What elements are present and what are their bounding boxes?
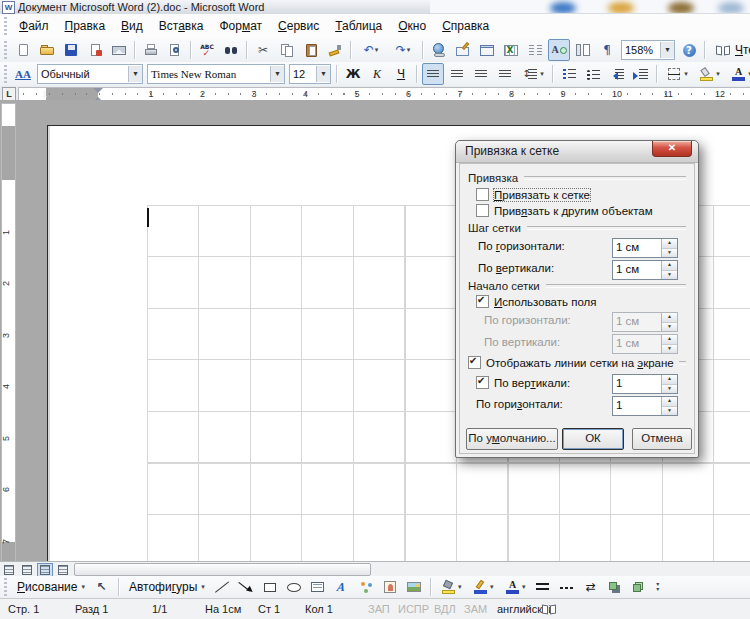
combo-value[interactable]: 158% xyxy=(622,44,660,56)
combo-value[interactable]: Обычный xyxy=(38,68,128,80)
line-color-icon[interactable]: ▾ xyxy=(468,576,498,598)
align-right-icon[interactable] xyxy=(470,63,492,85)
chevron-down-icon[interactable]: ▼ xyxy=(316,66,330,82)
print-layout-view-button[interactable] xyxy=(37,563,53,577)
increase-indent-icon[interactable] xyxy=(630,63,652,85)
align-left-icon[interactable] xyxy=(422,63,444,85)
text-box-icon[interactable] xyxy=(308,576,330,598)
3d-style-icon[interactable] xyxy=(628,576,650,598)
columns-icon[interactable] xyxy=(524,39,546,61)
combo-value[interactable]: Times New Roman xyxy=(148,68,270,80)
vertical-step-spinner[interactable]: 1 см ▲▼ xyxy=(612,260,678,280)
permission-icon[interactable] xyxy=(84,39,106,61)
toolbar-drag-handle[interactable] xyxy=(3,65,8,83)
horizontal-ruler[interactable]: 1 123456789101112 xyxy=(18,87,750,101)
checkbox[interactable] xyxy=(468,356,481,369)
highlight-icon[interactable]: ▾ xyxy=(694,63,724,85)
scrollbar-thumb[interactable] xyxy=(74,563,371,576)
menu-сервис[interactable]: Сервис xyxy=(270,16,327,36)
menu-формат[interactable]: Формат xyxy=(211,16,270,36)
help-icon[interactable] xyxy=(678,39,700,61)
chevron-down-icon[interactable]: ▼ xyxy=(660,42,674,58)
toolbar-drag-handle[interactable] xyxy=(3,41,8,59)
undo-icon[interactable]: ↶▾ xyxy=(356,39,386,61)
ok-button[interactable]: ОК xyxy=(562,428,624,450)
insert-hyperlink-icon[interactable] xyxy=(428,39,450,61)
menu-окно[interactable]: Окно xyxy=(390,16,434,36)
tables-and-borders-icon[interactable] xyxy=(452,39,474,61)
menu-таблица[interactable]: Таблица xyxy=(327,16,390,36)
open-icon[interactable] xyxy=(36,39,58,61)
autoshapes-menu-button[interactable]: Автофигуры▾ xyxy=(124,576,210,598)
italic-icon[interactable]: К xyxy=(366,63,388,85)
oval-icon[interactable] xyxy=(284,576,306,598)
rectangle-icon[interactable] xyxy=(260,576,282,598)
normal-view-button[interactable] xyxy=(1,563,17,577)
spin-up-icon[interactable]: ▲ xyxy=(662,261,677,271)
read-mode-button[interactable]: Чтение xyxy=(710,39,750,61)
checkbox[interactable] xyxy=(476,376,489,389)
document-map-icon[interactable] xyxy=(572,39,594,61)
combo-value[interactable]: 12 xyxy=(290,68,316,80)
tab-stop-selector[interactable]: L xyxy=(2,87,16,101)
menu-вставка[interactable]: Вставка xyxy=(151,16,212,36)
horizontal-display-spinner[interactable]: 1 ▲▼ xyxy=(612,396,678,416)
checkbox-snap-to-objects[interactable]: Привязать к другим объектам xyxy=(476,204,653,217)
status-track-mode[interactable]: ИСПР xyxy=(398,603,429,615)
format-painter-icon[interactable] xyxy=(324,39,346,61)
chevron-down-icon[interactable]: ▼ xyxy=(128,66,142,82)
toolbar-options-button[interactable]: ▾▾ xyxy=(653,577,663,597)
status-rec-mode[interactable]: ЗАП xyxy=(368,603,390,615)
drawing-icon[interactable] xyxy=(548,39,570,61)
spinner-value[interactable]: 1 xyxy=(613,375,661,393)
copy-icon[interactable] xyxy=(276,39,298,61)
chevron-down-icon[interactable]: ▼ xyxy=(270,66,284,82)
spin-down-icon[interactable]: ▼ xyxy=(662,385,677,394)
dialog-title-bar[interactable]: Привязка к сетке ✕ xyxy=(456,141,698,163)
research-icon[interactable] xyxy=(220,39,242,61)
font-color-icon[interactable]: ▾ xyxy=(500,576,530,598)
arrow-icon[interactable] xyxy=(236,576,258,598)
status-ovr-mode[interactable]: ЗАМ xyxy=(464,603,487,615)
outline-view-button[interactable] xyxy=(55,563,71,577)
horizontal-step-spinner[interactable]: 1 см ▲▼ xyxy=(612,238,678,258)
vertical-display-spinner[interactable]: 1 ▲▼ xyxy=(612,374,678,394)
checkbox[interactable] xyxy=(476,188,489,201)
checkbox[interactable] xyxy=(476,204,489,217)
zoom-combo[interactable]: 158%▼ xyxy=(621,40,675,60)
spinner-value[interactable]: 1 см xyxy=(613,239,661,257)
spin-down-icon[interactable]: ▼ xyxy=(662,271,677,280)
decrease-indent-icon[interactable] xyxy=(606,63,628,85)
print-icon[interactable] xyxy=(140,39,162,61)
draw-menu-button[interactable]: Рисование▾ xyxy=(12,576,90,598)
diagram-icon[interactable] xyxy=(356,576,378,598)
print-preview-icon[interactable] xyxy=(164,39,186,61)
email-icon[interactable] xyxy=(108,39,130,61)
spin-up-icon[interactable]: ▲ xyxy=(662,239,677,249)
cut-icon[interactable]: ✂ xyxy=(252,39,274,61)
show-formatting-marks-icon[interactable]: ¶ xyxy=(596,39,618,61)
spin-down-icon[interactable]: ▼ xyxy=(662,249,677,258)
paste-icon[interactable] xyxy=(300,39,322,61)
insert-excel-icon[interactable] xyxy=(500,39,522,61)
font-combo[interactable]: Times New Roman▼ xyxy=(147,64,285,84)
status-ext-mode[interactable]: ВДЛ xyxy=(434,603,456,615)
underline-icon[interactable]: Ч xyxy=(390,63,412,85)
select-objects-icon[interactable] xyxy=(92,576,114,598)
numbered-list-icon[interactable] xyxy=(558,63,580,85)
dash-style-icon[interactable] xyxy=(556,576,578,598)
wordart-icon[interactable] xyxy=(332,576,354,598)
spin-up-icon[interactable]: ▲ xyxy=(662,397,677,407)
new-document-icon[interactable] xyxy=(12,39,34,61)
close-icon[interactable]: ✕ xyxy=(652,141,692,157)
menu-вид[interactable]: Вид xyxy=(113,16,151,36)
shadow-style-icon[interactable] xyxy=(604,576,626,598)
save-icon[interactable] xyxy=(60,39,82,61)
checkbox-use-margins[interactable]: Использовать поля xyxy=(476,295,597,308)
arrow-style-icon[interactable]: ⇄ xyxy=(580,576,602,598)
checkbox-vertical-display[interactable]: По вертикали: xyxy=(476,376,570,389)
justify-icon[interactable] xyxy=(494,63,516,85)
spin-down-icon[interactable]: ▼ xyxy=(662,407,677,416)
line-spacing-icon[interactable]: ▾ xyxy=(518,63,548,85)
spinner-value[interactable]: 1 см xyxy=(613,261,661,279)
